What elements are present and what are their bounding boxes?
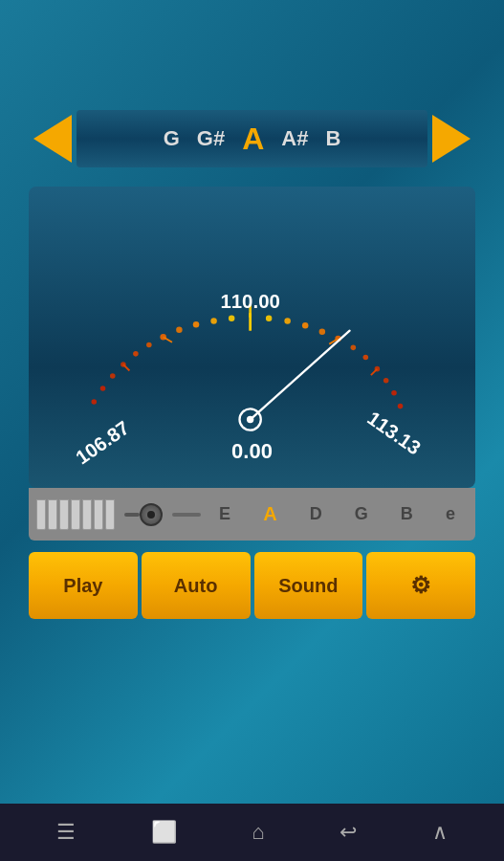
guitar-body-icon (140, 503, 163, 526)
string-D[interactable]: D (310, 504, 322, 524)
svg-point-4 (133, 351, 139, 357)
piano-key-5 (82, 499, 92, 530)
menu-icon[interactable]: ☰ (56, 820, 76, 845)
string-E-low[interactable]: E (219, 504, 230, 524)
tuner-meter: 106.87 110.00 113.13 0.00 (29, 187, 475, 488)
left-arrow-icon (33, 115, 72, 163)
home-icon[interactable]: ⌂ (252, 820, 264, 845)
svg-point-17 (351, 345, 357, 351)
svg-text:110.00: 110.00 (220, 292, 279, 313)
piano-keys (36, 499, 115, 530)
piano-key-3 (59, 499, 69, 530)
svg-point-14 (302, 322, 308, 328)
up-icon[interactable]: ∧ (432, 820, 448, 845)
right-arrow-icon (432, 115, 471, 163)
svg-point-7 (176, 327, 182, 333)
window-icon[interactable]: ⬜ (151, 820, 177, 845)
needle-value: 0.00 (231, 439, 273, 464)
svg-point-0 (91, 399, 97, 405)
svg-point-20 (383, 378, 389, 384)
note-Gsharp[interactable]: G# (197, 126, 225, 151)
svg-point-1 (100, 386, 106, 391)
svg-point-10 (229, 315, 234, 320)
svg-point-9 (210, 318, 216, 323)
meter-svg: 106.87 110.00 113.13 (48, 206, 456, 474)
auto-button[interactable]: Auto (142, 552, 251, 619)
sound-button[interactable]: Sound (254, 552, 363, 619)
svg-point-22 (398, 404, 404, 409)
svg-point-5 (146, 342, 152, 348)
piano-key-1 (36, 499, 46, 530)
svg-point-13 (284, 318, 290, 323)
prev-note-button[interactable] (29, 115, 77, 163)
string-A[interactable]: A (263, 503, 276, 525)
piano-key-6 (94, 499, 103, 530)
gear-icon: ⚙ (410, 572, 431, 599)
piano-key-7 (105, 499, 115, 530)
svg-line-27 (371, 369, 377, 375)
action-buttons: Play Auto Sound ⚙ (29, 552, 475, 619)
svg-text:113.13: 113.13 (363, 408, 425, 459)
guitar-icon-group (124, 503, 163, 526)
svg-point-33 (247, 416, 253, 423)
svg-point-8 (193, 321, 199, 327)
string-G[interactable]: G (355, 504, 368, 524)
string-B[interactable]: B (401, 504, 413, 524)
note-B[interactable]: B (325, 126, 340, 151)
svg-line-23 (123, 364, 129, 370)
piano-key-4 (71, 499, 80, 530)
note-selector: G G# A A# B (29, 105, 475, 172)
svg-point-15 (319, 328, 325, 334)
meter-area: 106.87 110.00 113.13 0.00 (48, 206, 456, 474)
note-G[interactable]: G (164, 126, 180, 151)
guitar-string-line (172, 513, 201, 517)
svg-point-2 (110, 373, 116, 379)
note-A-active[interactable]: A (242, 121, 264, 157)
string-selector: E A D G B e (29, 488, 475, 541)
next-note-button[interactable] (427, 115, 475, 163)
string-items: E A D G B e (207, 503, 468, 525)
note-Asharp[interactable]: A# (281, 126, 308, 151)
guitar-hole-icon (147, 511, 155, 519)
piano-key-2 (48, 499, 57, 530)
string-e-high[interactable]: e (446, 504, 455, 524)
svg-point-12 (266, 315, 272, 320)
settings-button[interactable]: ⚙ (366, 552, 475, 619)
guitar-neck-icon (124, 513, 140, 517)
play-button[interactable]: Play (29, 552, 138, 619)
note-display: G G# A A# B (77, 110, 427, 167)
nav-bar: ☰ ⬜ ⌂ ↩ ∧ (0, 804, 504, 861)
svg-point-21 (391, 390, 397, 396)
back-icon[interactable]: ↩ (340, 820, 357, 845)
svg-text:106.87: 106.87 (72, 417, 133, 469)
svg-line-31 (251, 331, 350, 420)
svg-point-18 (363, 355, 369, 361)
